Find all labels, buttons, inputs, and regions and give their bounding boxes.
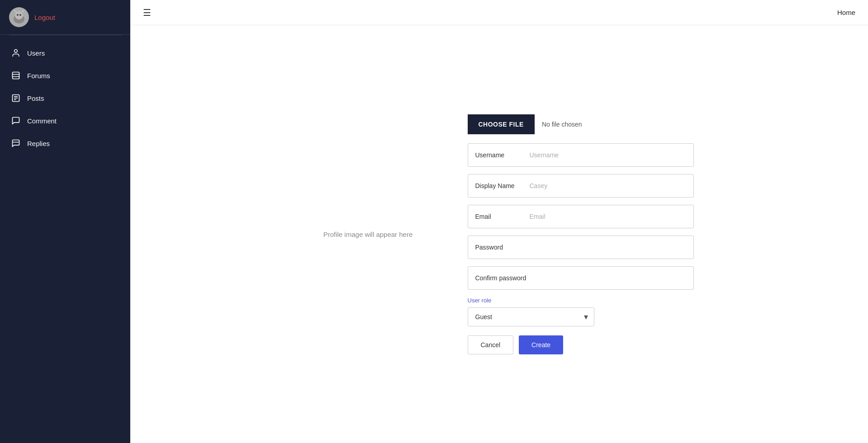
avatar [9,7,29,27]
display-name-field-wrapper: Display Name [468,174,694,198]
sidebar-item-forums-label: Forums [27,72,50,80]
sidebar-nav: Users Forums Po [0,35,130,161]
sidebar-item-forums[interactable]: Forums [0,65,130,86]
comment-icon [11,116,21,126]
create-user-form: CHOOSE FILE No file chosen Username Disp… [468,114,694,354]
sidebar-item-replies[interactable]: Replies [0,133,130,154]
main-content: ☰ Home Profile image will appear here CH… [130,0,868,443]
password-field-wrapper: Password [468,236,694,259]
role-select[interactable]: Guest User Admin [468,307,594,326]
action-buttons: Cancel Create [468,335,694,354]
file-input-row: CHOOSE FILE No file chosen [468,114,694,134]
display-name-label: Display Name [475,182,530,189]
user-role-label: User role [468,297,694,304]
sidebar-item-replies-label: Replies [27,140,50,147]
username-field-wrapper: Username [468,143,694,167]
display-name-input[interactable] [530,182,686,189]
sidebar-item-comment[interactable]: Comment [0,110,130,131]
replies-icon [11,138,21,148]
email-input[interactable] [530,213,686,220]
sidebar-item-users[interactable]: Users [0,42,130,63]
svg-rect-9 [13,72,19,79]
password-input[interactable] [530,244,686,251]
image-preview-label: Profile image will appear here [323,231,413,238]
confirm-password-input[interactable] [530,274,686,282]
email-label: Email [475,213,530,220]
image-preview-area: Profile image will appear here [305,231,432,238]
create-button[interactable]: Create [519,335,563,354]
sidebar-header: Logout [0,0,130,35]
svg-point-7 [18,16,20,18]
username-input[interactable] [530,151,686,159]
svg-point-6 [19,14,21,16]
user-icon [11,48,21,58]
user-role-section: User role Guest User Admin ▾ [468,297,694,326]
posts-icon [11,93,21,103]
password-label: Password [475,244,530,251]
sidebar-item-posts[interactable]: Posts [0,88,130,108]
sidebar: Logout Users Forums [0,0,130,443]
cancel-button[interactable]: Cancel [468,335,514,354]
svg-point-2 [15,11,23,19]
sidebar-item-posts-label: Posts [27,94,44,102]
role-select-wrapper: Guest User Admin ▾ [468,307,594,326]
no-file-label: No file chosen [542,121,582,128]
content-area: Profile image will appear here CHOOSE FI… [130,25,868,443]
form-section: Profile image will appear here CHOOSE FI… [305,114,694,354]
username-label: Username [475,151,530,159]
confirm-password-label: Confirm password [475,274,530,282]
home-link[interactable]: Home [837,9,855,16]
forums-icon [11,71,21,80]
svg-point-8 [14,50,18,53]
choose-file-button[interactable]: CHOOSE FILE [468,114,535,134]
email-field-wrapper: Email [468,205,694,228]
sidebar-item-comment-label: Comment [27,117,57,125]
logout-button[interactable]: Logout [34,14,55,21]
confirm-password-field-wrapper: Confirm password [468,266,694,290]
topbar: ☰ Home [130,0,868,25]
svg-point-5 [17,14,19,16]
sidebar-item-users-label: Users [27,49,45,57]
hamburger-menu-button[interactable]: ☰ [143,7,151,18]
